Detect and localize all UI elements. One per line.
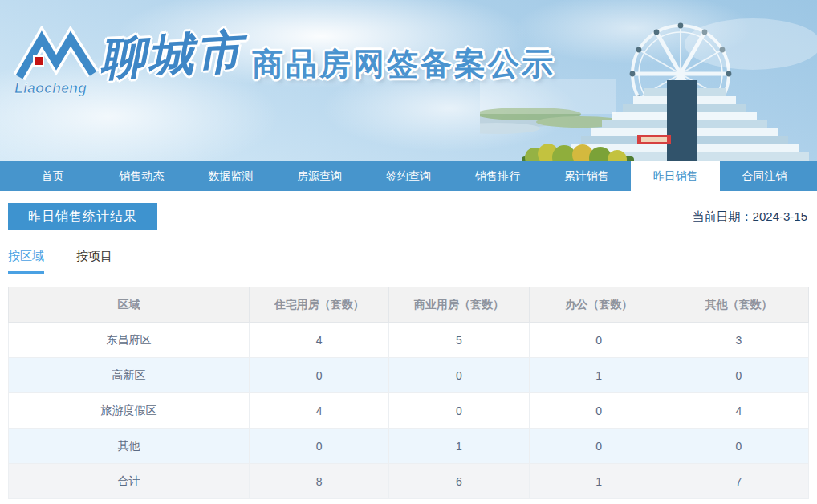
section-header: 昨日销售统计结果 当前日期：2024-3-15 xyxy=(8,203,809,230)
nav-item-listing-query[interactable]: 房源查询 xyxy=(275,161,364,191)
value-cell: 0 xyxy=(529,429,669,464)
main-content: 昨日销售统计结果 当前日期：2024-3-15 按区域 按项目 区域 住宅用房（… xyxy=(0,203,817,499)
value-cell: 1 xyxy=(529,464,669,499)
nav-item-sales-dynamics[interactable]: 销售动态 xyxy=(97,161,186,191)
region-cell: 合计 xyxy=(9,464,250,499)
value-cell: 4 xyxy=(669,393,808,429)
section-title-badge: 昨日销售统计结果 xyxy=(8,203,157,230)
city-name: 聊城市 xyxy=(99,28,246,81)
value-cell: 1 xyxy=(529,358,669,393)
tab-by-region[interactable]: 按区域 xyxy=(8,249,44,274)
value-cell: 4 xyxy=(250,393,389,429)
value-cell: 0 xyxy=(669,358,808,393)
nav-item-yesterday-sales[interactable]: 昨日销售 xyxy=(631,161,720,191)
current-date: 当前日期：2024-3-15 xyxy=(693,209,809,225)
nav-item-contract-cancellation[interactable]: 合同注销 xyxy=(720,161,809,191)
value-cell: 0 xyxy=(250,358,389,393)
site-title: 商品房网签备案公示 xyxy=(252,48,555,79)
table-total-row: 合计 8 6 1 7 xyxy=(9,464,809,499)
col-other: 其他（套数） xyxy=(669,287,808,323)
value-cell: 0 xyxy=(389,358,529,393)
nav-item-data-monitoring[interactable]: 数据监测 xyxy=(186,161,275,191)
value-cell: 0 xyxy=(250,429,389,464)
tab-by-project[interactable]: 按项目 xyxy=(76,249,112,274)
value-cell: 5 xyxy=(389,323,529,358)
value-cell: 8 xyxy=(250,464,389,499)
table-header-row: 区域 住宅用房（套数） 商业用房（套数） 办公（套数） 其他（套数） xyxy=(9,287,809,323)
table-row: 其他 0 1 0 0 xyxy=(9,429,809,464)
value-cell: 4 xyxy=(250,323,389,358)
nav-item-signing-query[interactable]: 签约查询 xyxy=(364,161,453,191)
nav-item-home[interactable]: 首页 xyxy=(8,161,97,191)
col-commercial: 商业用房（套数） xyxy=(389,287,529,323)
value-cell: 0 xyxy=(669,429,808,464)
region-cell: 其他 xyxy=(9,429,250,464)
region-cell: 高新区 xyxy=(9,358,250,393)
table-row: 东昌府区 4 5 0 3 xyxy=(9,323,809,358)
table-row: 高新区 0 0 1 0 xyxy=(9,358,809,393)
col-residential: 住宅用房（套数） xyxy=(250,287,389,323)
main-nav: 首页 销售动态 数据监测 房源查询 签约查询 销售排行 累计销售 昨日销售 合同… xyxy=(0,161,817,191)
col-office: 办公（套数） xyxy=(529,287,669,323)
region-cell: 东昌府区 xyxy=(9,323,250,358)
nav-item-sales-ranking[interactable]: 销售排行 xyxy=(453,161,542,191)
region-cell: 旅游度假区 xyxy=(9,393,250,429)
liaocheng-logo-icon: Liaocheng xyxy=(13,26,100,100)
site-brand: Liaocheng 聊城市 商品房网签备案公示 xyxy=(13,26,555,100)
yesterday-sales-table: 区域 住宅用房（套数） 商业用房（套数） 办公（套数） 其他（套数） 东昌府区 … xyxy=(8,287,809,499)
col-region: 区域 xyxy=(9,287,250,323)
site-banner: Liaocheng 聊城市 商品房网签备案公示 xyxy=(0,0,817,161)
value-cell: 3 xyxy=(669,323,808,358)
value-cell: 0 xyxy=(389,393,529,429)
value-cell: 7 xyxy=(669,464,808,499)
value-cell: 0 xyxy=(529,393,669,429)
nav-item-cumulative-sales[interactable]: 累计销售 xyxy=(542,161,631,191)
value-cell: 0 xyxy=(529,323,669,358)
logo-script-text: Liaocheng xyxy=(14,80,87,96)
value-cell: 1 xyxy=(389,429,529,464)
view-tabs: 按区域 按项目 xyxy=(8,249,809,274)
value-cell: 6 xyxy=(389,464,529,499)
table-row: 旅游度假区 4 0 0 4 xyxy=(9,393,809,429)
